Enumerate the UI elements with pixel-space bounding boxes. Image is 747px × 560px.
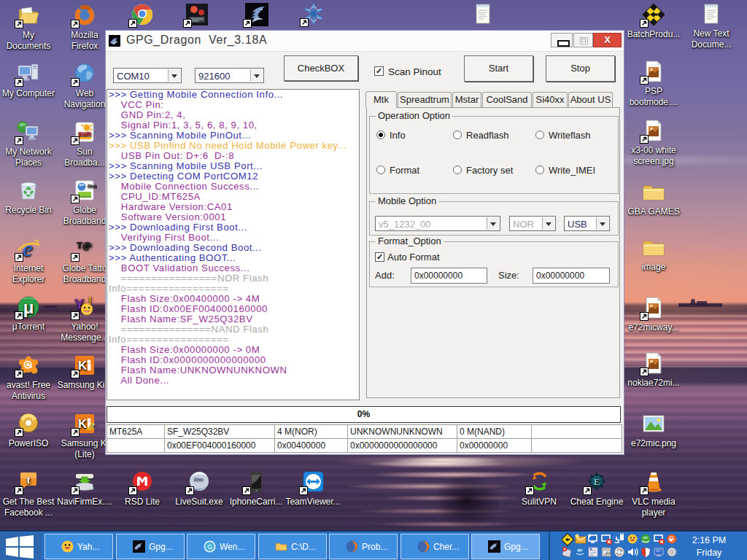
svg-text:G: G xyxy=(207,543,212,551)
svg-text:t: t xyxy=(27,474,31,486)
svg-text:Globe: Globe xyxy=(88,184,97,188)
svg-text:μ: μ xyxy=(23,298,34,317)
svg-text:(t•): (t•) xyxy=(85,242,92,248)
svg-text:Live: Live xyxy=(193,476,203,482)
svg-text:sun: sun xyxy=(78,130,91,138)
svg-text:e: e xyxy=(23,236,32,260)
svg-text:E: E xyxy=(594,476,600,487)
